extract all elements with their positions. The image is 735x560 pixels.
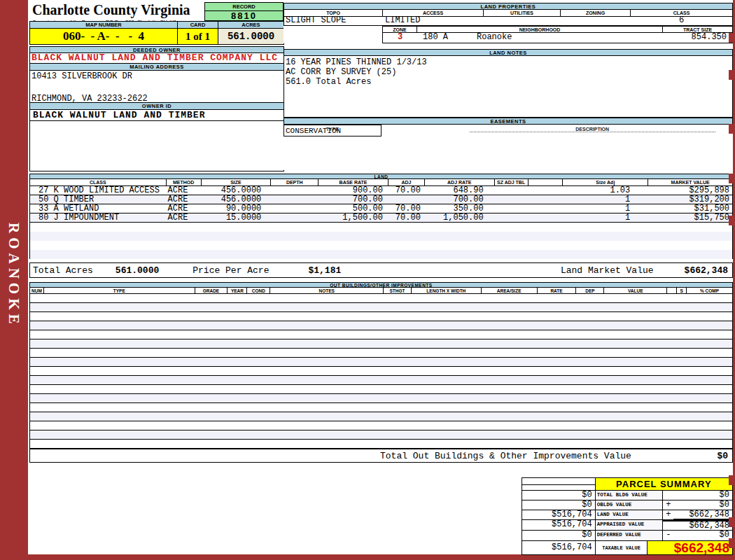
address-line-1: 10413 SILVERBROOK DR: [31, 71, 284, 81]
col-method: METHOD: [167, 179, 202, 186]
mailing-address: 10413 SILVERBROOK DR RICHMOND, VA 23233-…: [29, 71, 284, 103]
easement-row: TYPE CONSERVATION DESCRIPTION: [284, 125, 733, 136]
land-empty-band: [30, 241, 732, 250]
summary-label: DEFERRED VALUE: [596, 531, 664, 540]
land-notes-title: LAND NOTES: [284, 49, 733, 56]
summary-operator: [663, 520, 673, 530]
summary-label: OBLDG VALUE: [596, 500, 664, 510]
county-header: Charlotte County Virginia Commissioner o…: [32, 2, 204, 21]
summary-row-obldg: $0 OBLDG VALUE + $0: [522, 500, 732, 510]
tract-size-value: 854.350: [663, 33, 732, 43]
land-blank: [528, 214, 564, 222]
out-building-empty-row: [30, 412, 732, 421]
land-method: ACRE: [167, 214, 202, 222]
neighborhood-code: 180 A: [417, 33, 456, 43]
land-base-rate: 700.00: [318, 195, 388, 204]
land-class: 80 J IMPOUNDMENT: [30, 214, 167, 222]
taxable-label: TAXABLE VALUE: [596, 541, 648, 554]
summary-row-taxable: $516,704 TAXABLE VALUE $662,348: [522, 540, 732, 554]
zoning-value: [561, 17, 631, 25]
out-building-empty-row: [30, 385, 732, 394]
red-edge-mark: [729, 33, 733, 43]
col-type: TYPE: [44, 288, 195, 293]
topo-value: SLIGHT SLOPE: [284, 17, 383, 25]
summary-operator: [663, 491, 673, 500]
land-table-section: LAND CLASS METHOD SIZE DEPTH BASE RATE A…: [29, 174, 733, 259]
easements-title: EASEMENTS: [284, 118, 733, 125]
summary-row-appraised: $516,704 APPRAISED VALUE $662,348: [522, 520, 732, 531]
col-num: NUM: [30, 288, 44, 293]
record-value: 8810: [205, 11, 283, 20]
parcel-summary-blank-header: [522, 478, 596, 490]
mailing-address-label: MAILING ADDRESS: [29, 64, 284, 71]
summary-right-value: $0: [673, 500, 732, 510]
easement-description-label: DESCRIPTION: [470, 127, 715, 132]
out-building-empty-row: [30, 349, 732, 358]
col-blank: [528, 179, 564, 186]
out-buildings-rows: [29, 294, 733, 449]
summary-operator: +: [663, 500, 673, 510]
red-edge-mark: [729, 517, 733, 527]
land-sz-adj-tbl: [495, 204, 528, 213]
land-adj-rate: 350.00: [425, 204, 495, 213]
out-buildings-header: NUM TYPE GRADE YEAR COND NOTES STHGT LEN…: [29, 288, 733, 294]
access-value: LIMITED: [383, 17, 484, 25]
land-market-value: $295,898: [648, 186, 732, 195]
land-market-value-total: $662,348: [685, 265, 728, 276]
col-neighborhood: NEIGHBORHOOD: [417, 27, 663, 32]
easement-empty-area: [284, 136, 733, 170]
land-depth: [271, 204, 318, 213]
land-market-value-label: Land Market Value: [561, 265, 654, 276]
land-size: 456.0000: [201, 186, 271, 195]
land-table-rows: 27 K WOOD LIMITED ACCESS ACRE 456.0000 9…: [29, 186, 733, 259]
address-line-2: RICHMOND, VA 23233-2622: [31, 94, 284, 104]
col-dep: DEP: [576, 288, 604, 293]
summary-left-value: $0: [522, 491, 596, 500]
red-edge-mark: [729, 538, 733, 548]
easement-description-cell: DESCRIPTION: [382, 125, 733, 136]
land-method: ACRE: [167, 186, 202, 195]
out-building-empty-row: [30, 376, 732, 385]
land-totals-row: Total Acres 561.0000 Price Per Acre $1,1…: [29, 262, 733, 278]
col-utilities: UTILITIES: [484, 10, 561, 16]
out-building-empty-row: [30, 330, 732, 340]
summary-left-value: $0: [522, 531, 596, 540]
land-row: 80 J IMPOUNDMENT ACRE 15.0000 1,500.00 7…: [30, 214, 732, 223]
col-class: CLASS: [30, 179, 167, 186]
parcel-summary-header: PARCEL SUMMARY: [522, 478, 732, 491]
land-adj-rate: 1,050.00: [425, 214, 495, 222]
owner-id-value: BLACK WALNUT LAND AND TIMBER: [29, 110, 284, 121]
land-empty-band: [30, 232, 732, 241]
col-zone: ZONE: [383, 27, 417, 32]
land-base-rate: 500.00: [318, 204, 388, 213]
county-title: Charlotte County Virginia: [32, 2, 204, 18]
out-building-empty-row: [30, 430, 732, 440]
col-notes: NOTES: [270, 288, 384, 293]
zone-neighborhood-row: ZONE NEIGHBORHOOD TRACT SIZE 3 180 A Roa…: [284, 26, 733, 43]
parcel-id-row: MAP NUMBER 060- - A- - - 4 CARD 1 of 1 A…: [29, 21, 284, 45]
out-building-empty-row: [30, 394, 732, 403]
land-depth: [271, 186, 318, 195]
parcel-summary: PARCEL SUMMARY $0 TOTAL BLDG VALUE $0 $0…: [522, 477, 733, 555]
land-empty-bands: [30, 223, 732, 259]
out-building-empty-row: [30, 403, 732, 412]
total-acres-label: Total Acres: [33, 265, 93, 276]
class-value: 6: [631, 17, 732, 25]
land-base-rate: 900.00: [318, 186, 388, 195]
land-class: 27 K WOOD LIMITED ACCESS: [30, 186, 167, 195]
col-blank: [667, 288, 677, 293]
district-name-vertical: ROANOKE: [5, 223, 22, 328]
price-per-acre-label: Price Per Acre: [192, 265, 269, 276]
land-empty-band: [30, 223, 732, 232]
col-size: SIZE: [202, 179, 272, 186]
red-edge-mark: [729, 216, 733, 225]
zone-value: 3: [383, 33, 417, 43]
out-building-empty-row: [30, 358, 732, 367]
land-adj-rate: 648.90: [425, 186, 495, 195]
out-building-empty-row: [30, 440, 732, 449]
land-properties-title: LAND PROPERTIES: [284, 3, 733, 10]
summary-left-value: $0: [522, 500, 596, 510]
land-blank: [528, 195, 564, 204]
summary-row-land: $516,704 LAND VALUE + $662,348: [522, 510, 732, 520]
col-value: VALUE: [604, 288, 667, 293]
